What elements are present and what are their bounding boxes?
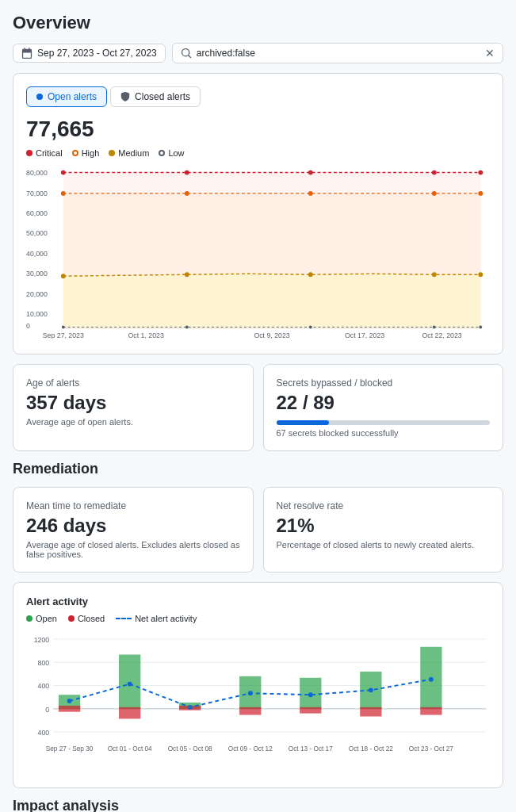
age-of-alerts-desc: Average age of open alerts. <box>26 417 240 427</box>
bar-closed-4 <box>239 707 261 715</box>
filter-row: Sep 27, 2023 - Oct 27, 2023 archived:fal… <box>13 43 503 63</box>
secrets-bypassed-label: Secrets bypassed / blocked <box>277 377 491 389</box>
total-alerts-count: 77,665 <box>26 117 490 142</box>
legend-medium-label: Medium <box>118 148 149 158</box>
svg-point-52 <box>248 691 253 695</box>
svg-point-32 <box>479 326 482 329</box>
query-filter-badge[interactable]: archived:false ✕ <box>172 43 503 63</box>
net-resolve-desc: Percentage of closed alerts to newly cre… <box>277 540 491 550</box>
legend-open-label: Open <box>36 614 57 623</box>
date-filter-label: Sep 27, 2023 - Oct 27, 2023 <box>37 48 157 59</box>
date-filter-badge[interactable]: Sep 27, 2023 - Oct 27, 2023 <box>13 44 166 63</box>
mean-time-card: Mean time to remediate 246 days Average … <box>13 487 254 573</box>
legend-low-label: Low <box>168 148 184 158</box>
chart-legend: Critical High Medium Low <box>26 148 490 158</box>
tab-open-alerts[interactable]: Open alerts <box>26 86 107 107</box>
svg-text:800: 800 <box>38 659 50 667</box>
search-icon <box>181 48 192 59</box>
svg-marker-11 <box>63 273 481 328</box>
remediation-section: Remediation Mean time to remediate 246 d… <box>13 461 503 573</box>
svg-text:50,000: 50,000 <box>26 230 48 238</box>
svg-text:Sep 27, 2023: Sep 27, 2023 <box>43 331 84 339</box>
secrets-progress-fill <box>277 420 330 425</box>
legend-closed: Closed <box>68 614 105 623</box>
svg-point-20 <box>308 191 313 196</box>
svg-text:Oct 22, 2023: Oct 22, 2023 <box>422 331 461 339</box>
legend-net-activity: Net alert activity <box>116 614 197 623</box>
age-of-alerts-value: 357 days <box>26 392 240 414</box>
svg-point-55 <box>429 677 434 682</box>
svg-point-27 <box>478 272 483 277</box>
mean-time-desc: Average age of closed alerts. Excludes a… <box>26 540 240 559</box>
secrets-bypassed-numerator: 22 <box>277 392 298 413</box>
svg-text:30,000: 30,000 <box>26 270 48 278</box>
closed-circle <box>68 615 75 622</box>
alert-activity-card: Alert activity Open Closed Net alert act… <box>13 582 503 788</box>
svg-text:20,000: 20,000 <box>26 290 48 298</box>
age-of-alerts-label: Age of alerts <box>26 377 240 389</box>
svg-point-22 <box>478 191 483 196</box>
alert-activity-title: Alert activity <box>26 596 490 607</box>
bar-closed-2 <box>119 707 140 719</box>
secrets-bypassed-desc: 67 secrets blocked successfully <box>277 428 491 438</box>
query-filter-value: archived:false <box>197 48 255 59</box>
legend-high: High <box>72 148 100 158</box>
svg-point-17 <box>478 170 483 175</box>
svg-point-16 <box>432 170 437 175</box>
shield-icon <box>120 92 130 102</box>
legend-critical: Critical <box>26 148 63 158</box>
svg-text:Oct 01 - Oct 04: Oct 01 - Oct 04 <box>108 745 152 753</box>
svg-text:80,000: 80,000 <box>26 169 48 177</box>
legend-closed-label: Closed <box>78 614 105 623</box>
svg-text:0: 0 <box>26 323 30 331</box>
svg-text:Oct 1, 2023: Oct 1, 2023 <box>128 331 163 339</box>
svg-point-23 <box>61 274 66 278</box>
tab-closed-alerts[interactable]: Closed alerts <box>110 86 201 107</box>
svg-point-21 <box>432 191 437 196</box>
page-title: Overview <box>13 13 503 33</box>
svg-point-49 <box>67 699 72 703</box>
svg-point-53 <box>308 692 313 697</box>
svg-point-24 <box>185 272 189 277</box>
legend-high-label: High <box>82 148 100 158</box>
critical-dot <box>26 150 32 156</box>
svg-text:Oct 13 - Oct 17: Oct 13 - Oct 17 <box>289 745 333 753</box>
impact-analysis-title: Impact analysis <box>13 798 503 812</box>
svg-point-50 <box>128 682 132 687</box>
stats-row-1: Age of alerts 357 days Average age of op… <box>13 364 503 451</box>
svg-point-30 <box>309 326 312 329</box>
line-chart-wrapper: 80,000 70,000 60,000 50,000 40,000 30,00… <box>26 164 490 341</box>
svg-point-19 <box>185 191 189 196</box>
mean-time-label: Mean time to remediate <box>26 500 240 511</box>
medium-dot <box>109 150 115 156</box>
svg-text:70,000: 70,000 <box>26 190 48 197</box>
alert-activity-legend: Open Closed Net alert activity <box>26 614 490 623</box>
clear-filter-icon[interactable]: ✕ <box>485 47 495 59</box>
svg-point-25 <box>308 272 313 277</box>
svg-text:1200: 1200 <box>34 636 50 644</box>
age-of-alerts-card: Age of alerts 357 days Average age of op… <box>13 364 254 451</box>
svg-point-18 <box>61 191 66 196</box>
legend-medium: Medium <box>109 148 149 158</box>
svg-text:Oct 17, 2023: Oct 17, 2023 <box>345 331 384 339</box>
svg-point-29 <box>185 326 189 329</box>
svg-point-13 <box>61 170 66 175</box>
net-resolve-card: Net resolve rate 21% Percentage of close… <box>263 487 504 573</box>
legend-low: Low <box>159 148 184 158</box>
svg-text:60,000: 60,000 <box>26 209 48 217</box>
svg-text:10,000: 10,000 <box>26 310 48 318</box>
svg-text:40,000: 40,000 <box>26 250 48 258</box>
mean-time-value: 246 days <box>26 515 240 537</box>
svg-point-54 <box>369 688 373 692</box>
tab-closed-alerts-label: Closed alerts <box>135 91 190 102</box>
remediation-stats-row: Mean time to remediate 246 days Average … <box>13 487 503 573</box>
bar-closed-1 <box>59 706 80 712</box>
bar-closed-7 <box>420 707 441 715</box>
svg-text:400: 400 <box>38 682 50 690</box>
net-resolve-value: 21% <box>277 515 491 537</box>
svg-text:Oct 05 - Oct 08: Oct 05 - Oct 08 <box>168 745 212 753</box>
line-chart: 80,000 70,000 60,000 50,000 40,000 30,00… <box>26 164 490 339</box>
alert-activity-chart: 1200 800 400 0 400 <box>26 630 490 772</box>
impact-analysis-section: Impact analysis Top 10 repositories and … <box>13 798 503 812</box>
secrets-progress-bg <box>277 420 491 425</box>
